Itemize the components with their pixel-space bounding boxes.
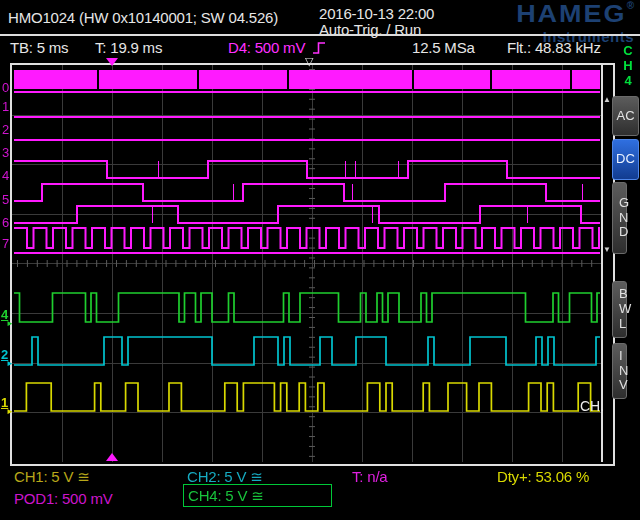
channel-overlay-text: CH. (580, 398, 604, 414)
pod-digit-label: 3 (2, 146, 9, 159)
trigger-source-readout: D4: 500 mV (228, 39, 305, 56)
bandwidth-limit-button[interactable]: BWL (612, 281, 627, 338)
pod-digit-label: 1 (2, 100, 9, 113)
coupling-ac-button[interactable]: AC (612, 96, 639, 136)
device-title: HMO1024 (HW 0x10140001; SW 04.526) (8, 9, 278, 26)
ch4-selected-box: CH4: 5 V ≅ (183, 484, 332, 507)
pod-digit-label: 7 (2, 237, 9, 250)
trigger-time-marker-bottom (106, 453, 118, 461)
brand-name: HAMEG (516, 2, 627, 27)
pod-digit-label: 2 (2, 123, 9, 136)
ground-level-arrow-icon: ► (6, 320, 14, 328)
timebase-readout: TB: 5 ms (10, 39, 68, 56)
scroll-up-icon: ▲ (603, 96, 611, 104)
trigger-time-marker-top (106, 58, 118, 66)
datetime-label: 2016-10-13 22:00 (319, 5, 434, 22)
trigger-frequency-readout: T: n/a (352, 468, 388, 485)
invert-button[interactable]: INV (612, 343, 627, 399)
ch4-scale-readout: CH4: 5 V ≅ (188, 487, 264, 505)
oscilloscope-screen: HMO1024 (HW 0x10140001; SW 04.526) 2016-… (0, 0, 640, 520)
pod-digit-label: 4 (2, 169, 9, 182)
titlebar-divider (0, 34, 640, 36)
pod-digit-label: 0 (2, 81, 9, 94)
ch1-scale-readout: CH1: 5 V ≅ (14, 468, 90, 486)
waveform-display (12, 65, 602, 462)
soft-menu-sidebar: CH4 AC DC GND BWL INV (612, 0, 640, 520)
scroll-down-icon: ▼ (603, 246, 611, 254)
pod-digit-label: 5 (2, 193, 9, 206)
coupling-dc-button[interactable]: DC (612, 139, 639, 180)
ground-level-arrow-icon: ► (6, 408, 14, 416)
time-offset-readout: T: 19.9 ms (95, 39, 162, 56)
rising-edge-icon (312, 40, 328, 60)
sample-rate-readout: 12.5 MSa (412, 39, 475, 56)
pod1-scale-readout: POD1: 500 mV (14, 490, 112, 507)
coupling-gnd-button[interactable]: GND (612, 182, 627, 254)
center-reference-marker: ▽ (305, 56, 313, 67)
duty-cycle-readout: Dty+: 53.06 % (497, 468, 589, 485)
sidebar-channel-label: CH4 (621, 44, 635, 89)
filter-readout: Flt.: 48.83 kHz (507, 39, 601, 56)
ground-level-arrow-icon: ► (6, 360, 14, 368)
pod-digit-label: 6 (2, 216, 9, 229)
